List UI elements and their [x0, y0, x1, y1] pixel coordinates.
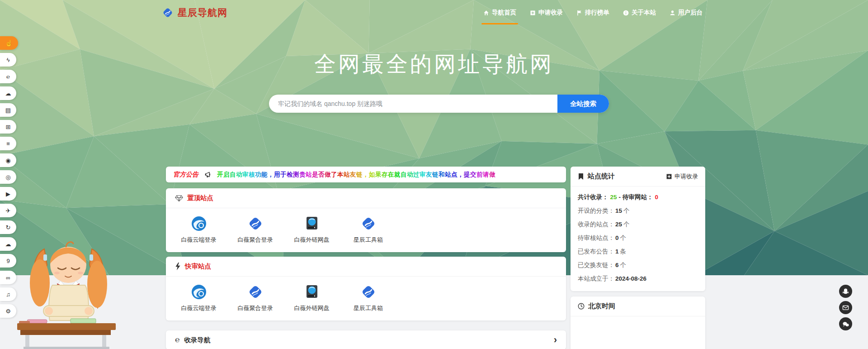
apply-label: 申请收录: [675, 172, 698, 181]
site-tile[interactable]: 白薇外链网盘: [283, 215, 340, 244]
mail-button[interactable]: [839, 301, 852, 314]
apply-inclusion-link[interactable]: 申请收录: [666, 172, 698, 181]
site-logo-icon: [247, 215, 264, 232]
chevron-right-icon[interactable]: ›: [554, 335, 557, 345]
sidebar-book-icon[interactable]: ▤: [0, 103, 16, 117]
sidebar-cloud-dots-icon[interactable]: ☁: [0, 237, 16, 251]
stats-title: 站点统计: [588, 172, 615, 181]
sidebar-settings-icon[interactable]: ⚙: [0, 304, 16, 318]
site-name: 星辰工具箱: [354, 236, 383, 244]
anime-girl-image: [17, 222, 119, 349]
catalog-title: 收录导航: [184, 336, 210, 344]
nav-label: 关于本站: [632, 9, 656, 17]
sidebar-cart-icon[interactable]: ⊞: [0, 120, 16, 134]
sidebar-list-icon[interactable]: ≡: [0, 137, 16, 150]
plus-square-icon: [666, 173, 672, 180]
megaphone-icon: [205, 171, 212, 178]
wechat-icon: [842, 320, 849, 328]
nav-label: 申请收录: [538, 9, 563, 17]
sidebar-disc-icon[interactable]: ◉: [0, 153, 16, 167]
nav-item-user[interactable]: 用户后台: [670, 9, 703, 17]
site-logo-icon: [360, 284, 377, 300]
site-tile[interactable]: 白薇云端登录: [170, 284, 227, 312]
main-column: 官方公告 开启自动审核功能，用于检测贵站是否做了本站友链，如果存在就自动过审友链…: [166, 167, 566, 349]
fast-sites-list: 白薇云端登录白薇聚合登录白薇外链网盘星辰工具箱: [166, 277, 566, 320]
site-logo-icon: [247, 284, 264, 300]
stat-row: 开设的分类：15个: [578, 204, 698, 218]
pending-value: 0: [655, 194, 659, 201]
section-pinned-sites: 置顶站点 白薇云端登录白薇聚合登录白薇外链网盘星辰工具箱: [166, 188, 566, 252]
sidebar-like-icon[interactable]: ☝: [0, 36, 18, 50]
section-pinned-header: 置顶站点: [166, 188, 566, 208]
site-logo-icon: [304, 215, 320, 232]
site-name: 星辰工具箱: [354, 304, 383, 312]
site-tile[interactable]: 白薇聚合登录: [227, 284, 283, 312]
stats-rows: 开设的分类：15个收录的站点：25个待审核站点：0个已发布公告：1条已交换友链：…: [578, 204, 698, 286]
sidebar-infinity-icon[interactable]: ∞: [0, 271, 16, 284]
stats-summary: 共计收录：25-待审网站：0: [578, 190, 698, 204]
nav-item-about[interactable]: 关于本站: [623, 9, 656, 17]
site-name: 白薇云端登录: [181, 304, 217, 312]
brand-name: 星辰导航网: [178, 6, 227, 19]
qq-button[interactable]: [839, 285, 852, 298]
search-button[interactable]: 全站搜索: [557, 95, 609, 113]
sidebar-recycle-icon[interactable]: ℮: [0, 70, 16, 83]
floating-sidebar: ☝ϟ℮☁▤⊞≡◉◎▶✈↻☁9∞♫⚙: [0, 36, 18, 318]
site-tile[interactable]: 白薇云端登录: [170, 215, 227, 244]
brand-diamond-icon: [162, 7, 174, 19]
pinned-sites-list: 白薇云端登录白薇聚合登录白薇外链网盘星辰工具箱: [166, 208, 566, 252]
side-column: 站点统计 申请收录 共计收录：25-待审网站：0 开设的分类：15个收录的站点：…: [571, 167, 705, 349]
recycle-icon: ℮: [175, 335, 179, 344]
site-tile[interactable]: 白薇聚合登录: [227, 215, 283, 244]
stat-row: 收录的站点：25个: [578, 218, 698, 231]
stats-panel: 站点统计 申请收录 共计收录：25-待审网站：0 开设的分类：15个收录的站点：…: [571, 167, 705, 291]
site-name: 白薇云端登录: [181, 236, 217, 244]
sidebar-lightning-icon[interactable]: ϟ: [0, 53, 16, 67]
site-name: 白薇外链网盘: [294, 236, 330, 244]
stat-row: 已发布公告：1条: [578, 245, 698, 258]
stats-header: 站点统计 申请收录: [571, 167, 705, 186]
sidebar-cloud-icon[interactable]: ☁: [0, 86, 16, 100]
announcement-text: 开启自动审核功能，用于检测贵站是否做了本站友链，如果存在就自动过审友链和站点，提…: [217, 171, 495, 179]
site-tile[interactable]: 星辰工具箱: [340, 215, 396, 244]
catalog-bar[interactable]: ℮ 收录导航 ›: [166, 330, 566, 349]
sidebar-music-icon[interactable]: ♫: [0, 287, 16, 301]
beijing-time-panel: 北京时间: [571, 296, 705, 349]
total-value: 25: [610, 194, 617, 201]
lightning-icon: [175, 263, 181, 270]
mascot-illustration: [17, 222, 119, 349]
stat-row: 本站成立于：2024-08-26: [578, 272, 698, 286]
section-title: 置顶站点: [187, 194, 213, 202]
nav-label: 用户后台: [678, 9, 703, 17]
clock-title: 北京时间: [588, 302, 615, 311]
stat-row: 已交换友链：6个: [578, 258, 698, 272]
site-tile[interactable]: 星辰工具箱: [340, 284, 396, 312]
announcement-label: 官方公告: [173, 171, 198, 179]
mail-icon: [842, 304, 849, 311]
site-logo-icon: [191, 284, 207, 300]
total-label: 共计收录：: [578, 194, 609, 201]
site-name: 白薇聚合登录: [238, 236, 273, 244]
site-tile[interactable]: 白薇外链网盘: [283, 284, 340, 312]
sidebar-target-icon[interactable]: ◎: [0, 170, 16, 184]
nav-label: 导航首页: [492, 9, 516, 17]
nav-item-home[interactable]: 导航首页: [483, 9, 516, 17]
announcement-bar: 官方公告 开启自动审核功能，用于检测贵站是否做了本站友链，如果存在就自动过审友链…: [166, 167, 566, 182]
content: 官方公告 开启自动审核功能，用于检测贵站是否做了本站友链，如果存在就自动过审友链…: [166, 167, 705, 349]
section-fast-header: 快审站点: [166, 257, 566, 277]
site-logo-icon: [360, 215, 377, 232]
nav-item-rank[interactable]: 排行榜单: [576, 9, 609, 17]
sidebar-play-icon[interactable]: ▶: [0, 187, 16, 201]
sidebar-refresh-icon[interactable]: ↻: [0, 220, 16, 234]
site-logo[interactable]: 星辰导航网: [162, 6, 227, 19]
search-input[interactable]: [269, 100, 557, 107]
nav-label: 排行榜单: [585, 9, 609, 17]
hero-title: 全网最全的网址导航网: [0, 50, 868, 79]
sidebar-hook-icon[interactable]: 9: [0, 254, 16, 268]
contact-floats: [839, 285, 852, 330]
site-logo-icon: [304, 284, 320, 300]
sidebar-rocket-icon[interactable]: ✈: [0, 204, 16, 217]
site-name: 白薇外链网盘: [294, 304, 330, 312]
wechat-button[interactable]: [839, 317, 852, 330]
nav-item-apply[interactable]: 申请收录: [530, 9, 563, 17]
